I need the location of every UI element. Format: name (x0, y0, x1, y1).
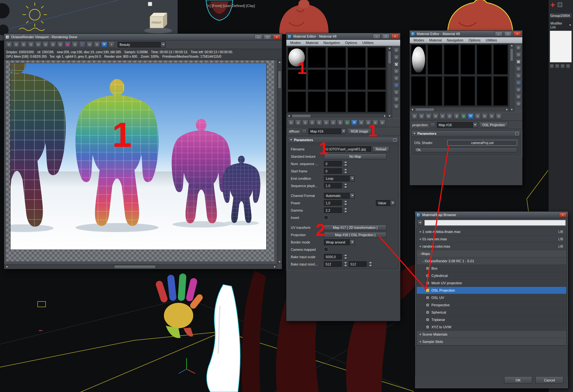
material-slot[interactable] (427, 76, 443, 106)
pin-panel-icon[interactable] (496, 113, 502, 120)
background-checker-icon[interactable] (393, 62, 399, 67)
num-sequence-field[interactable]: 0 (324, 161, 342, 166)
map-type-button[interactable]: OSL Projection (479, 122, 508, 128)
search-history-dropdown[interactable] (417, 220, 423, 226)
browser-row-map[interactable]: OSL UV (417, 294, 566, 301)
browser-row-map[interactable]: Triplanar (417, 316, 566, 323)
menu-utilities[interactable]: Utilities (360, 41, 376, 45)
close-button[interactable]: × (559, 212, 567, 217)
save-image-icon[interactable] (13, 41, 19, 48)
maximize-button[interactable]: □ (382, 34, 390, 39)
sample-uv-tiling-icon[interactable] (489, 113, 495, 120)
material-slot[interactable] (460, 76, 476, 106)
slots-vertical-scrollbar[interactable] (509, 43, 514, 112)
white-balance-picker-icon[interactable] (72, 41, 78, 48)
material-slot[interactable] (347, 47, 366, 68)
menu-navigation[interactable]: Navigation (321, 41, 342, 45)
browser-row-subgroup[interactable]: - OctaneRender 3.08 RC 1 - 5.01 (417, 258, 566, 265)
menu-navigation[interactable]: Navigation (444, 38, 466, 42)
assign-to-selection-icon[interactable] (425, 113, 432, 120)
material-slot[interactable] (347, 69, 366, 91)
material-slot[interactable] (411, 76, 426, 106)
invert-checkbox[interactable] (324, 215, 328, 220)
material-slot[interactable] (287, 91, 306, 113)
map-type-button[interactable]: RGB image (348, 128, 371, 134)
material-slot[interactable] (347, 91, 366, 113)
sample-type-icon[interactable] (516, 45, 521, 51)
standard-texture-button[interactable]: No Map (324, 154, 386, 159)
render-pass-dropdown[interactable]: Beauty (118, 42, 165, 47)
make-preview-icon[interactable] (516, 80, 521, 86)
close-button[interactable]: × (273, 34, 281, 40)
render-passes-icon[interactable] (101, 41, 107, 48)
menu-modes[interactable]: Modes (411, 38, 427, 42)
window-titlebar[interactable]: Material Editor - Material #8 – □ × (410, 31, 522, 37)
minimize-button[interactable]: – (373, 34, 380, 39)
end-condition-dropdown[interactable]: Loop (324, 176, 355, 181)
video-color-check-icon[interactable] (516, 73, 521, 79)
film-region-icon[interactable] (86, 41, 93, 48)
window-titlebar[interactable]: Material Editor - Material #8 – □ × (286, 33, 400, 40)
maximize-button[interactable]: □ (504, 31, 512, 36)
select-by-material-icon[interactable] (516, 94, 521, 100)
clay-mode-icon[interactable] (94, 41, 100, 48)
eyedropper-icon[interactable] (302, 129, 307, 134)
restart-render-icon[interactable] (42, 41, 49, 48)
make-preview-icon[interactable] (393, 83, 399, 88)
material-map-navigator-icon[interactable] (393, 104, 399, 109)
browser-row-group[interactable]: - Maps (417, 250, 566, 258)
render-settings-icon[interactable] (6, 41, 12, 48)
material-slot[interactable] (460, 44, 476, 75)
cancel-button[interactable]: Cancel (535, 376, 563, 384)
material-slot-active[interactable] (287, 47, 306, 68)
browser-row-map[interactable]: XYZ to UVW (417, 323, 566, 331)
remove-modifier-icon[interactable] (566, 64, 570, 68)
bake-resolution-y-field[interactable]: 512 (349, 261, 367, 267)
menu-material[interactable]: Material (303, 41, 321, 45)
material-slot[interactable] (327, 69, 346, 91)
reload-button[interactable]: Reload (372, 146, 389, 152)
material-id-badge[interactable]: 0 (453, 113, 460, 120)
material-slot[interactable] (327, 91, 346, 113)
power-mode-dropdown[interactable]: Value (376, 200, 395, 206)
browser-row-map[interactable]: Perspective (417, 301, 566, 309)
window-titlebar[interactable]: Material/Map Browser × (415, 212, 568, 218)
material-slot[interactable] (367, 47, 386, 68)
spinner[interactable] (343, 200, 348, 206)
camera-mapped-checkbox[interactable] (324, 247, 328, 251)
material-slot[interactable] (327, 47, 346, 68)
border-mode-dropdown[interactable]: Wrap around (324, 239, 355, 245)
background-checker-icon[interactable] (516, 59, 521, 65)
sample-tiling-icon[interactable] (393, 69, 399, 74)
show-end-result-icon[interactable] (555, 64, 559, 68)
map-slot-dropdown[interactable]: Map #16 (308, 128, 346, 134)
create-plus-icon[interactable] (550, 3, 555, 7)
pin-stack-icon[interactable] (550, 64, 554, 68)
spinner[interactable] (343, 261, 348, 267)
sample-uv-tiling-icon[interactable] (372, 120, 378, 126)
spinner[interactable] (343, 207, 348, 213)
material-id-channel-icon[interactable] (330, 120, 336, 126)
assign-to-selection-icon[interactable] (302, 120, 308, 126)
spinner[interactable] (343, 183, 348, 189)
browser-row-map[interactable]: Box (417, 265, 566, 272)
material-slot[interactable] (444, 76, 459, 106)
material-slot[interactable] (493, 44, 509, 75)
close-button[interactable]: × (513, 31, 521, 36)
browser-row-group[interactable]: + Scene Materials (417, 331, 566, 338)
render-region-icon[interactable] (79, 41, 85, 48)
slots-horizontal-scrollbar[interactable] (410, 107, 509, 112)
material-slot[interactable] (287, 69, 306, 91)
ok-button[interactable]: OK (504, 376, 532, 384)
menu-modes[interactable]: Modes (288, 41, 303, 45)
focus-picker-icon[interactable] (57, 41, 63, 48)
spinner[interactable] (343, 161, 348, 167)
backlight-icon[interactable] (393, 54, 399, 60)
put-to-scene-icon[interactable] (295, 120, 301, 126)
browser-row-map[interactable]: Spherical (417, 309, 566, 316)
editor-options-icon[interactable] (516, 87, 521, 93)
go-forward-sibling-icon[interactable] (481, 113, 488, 120)
material-id-badge[interactable]: 0 (337, 120, 343, 126)
parameters-rollout-header[interactable]: Parameters (288, 137, 399, 143)
map-slot-dropdown[interactable]: Map #18 (437, 122, 478, 128)
